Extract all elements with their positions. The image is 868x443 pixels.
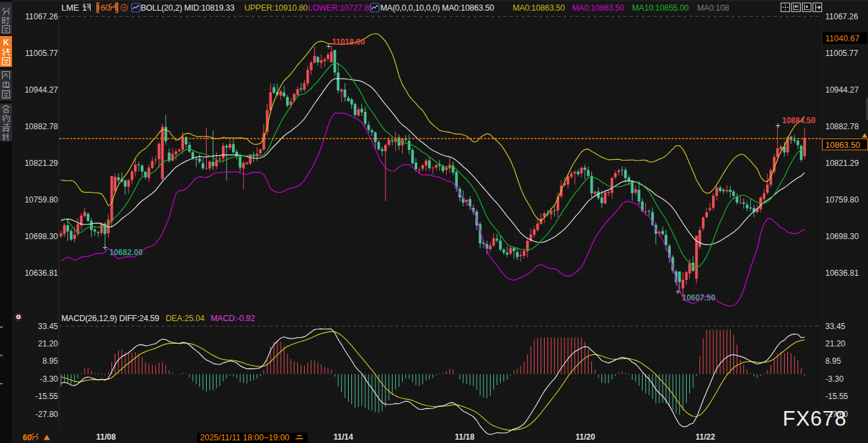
svg-text:MA10:10855.00: MA10:10855.00 [632,3,689,13]
svg-text:K: K [3,38,9,47]
svg-text:33.45: 33.45 [38,322,58,331]
svg-text:10821.29: 10821.29 [825,159,859,168]
svg-text:BOLL(20,2) MID:10819.33: BOLL(20,2) MID:10819.33 [141,3,235,13]
svg-text:11/18: 11/18 [455,432,475,442]
svg-text:11018.00: 11018.00 [332,37,365,47]
svg-text:10682.00: 10682.00 [109,248,143,257]
svg-text:MACD:-0.92: MACD:-0.92 [211,314,255,323]
svg-text:2025/11/11 18:00~19:00: 2025/11/11 18:00~19:00 [200,433,289,442]
svg-text:21.20: 21.20 [38,339,58,348]
svg-text:11067.26: 11067.26 [25,12,58,21]
svg-text:10698.30: 10698.30 [825,232,859,241]
svg-text:10944.27: 10944.27 [825,85,859,95]
svg-text:10759.80: 10759.80 [25,195,58,205]
svg-text:LOWER:10727.85: LOWER:10727.85 [308,3,373,13]
svg-text:60: 60 [23,433,32,442]
svg-text:8.95: 8.95 [43,356,59,366]
svg-text:MA0:10863.50: MA0:10863.50 [513,3,565,13]
svg-text:MA0:10863.50: MA0:10863.50 [572,3,625,13]
svg-text:11/22: 11/22 [695,432,715,442]
svg-text:MA0:108: MA0:108 [697,3,730,13]
svg-text:-15.55: -15.55 [825,392,848,401]
svg-text:10759.80: 10759.80 [825,195,859,205]
svg-text:11040.67: 11040.67 [825,34,859,43]
svg-text:10636.81: 10636.81 [825,268,859,278]
svg-text:-3.30: -3.30 [825,374,844,384]
svg-text:60: 60 [101,3,110,13]
svg-text:DEA:25.04: DEA:25.04 [166,314,205,323]
svg-text:UPPER:10910.80: UPPER:10910.80 [245,3,308,13]
svg-text:LME: LME [61,3,79,13]
svg-text:11/20: 11/20 [575,432,595,442]
svg-text:10944.27: 10944.27 [25,85,58,95]
svg-text:MA(0,0,0,10,0,0) MA0:10863.50: MA(0,0,0,10,0,0) MA0:10863.50 [381,3,495,13]
svg-text:MACD(26,12,9) DIFF:24.59: MACD(26,12,9) DIFF:24.59 [61,314,159,323]
svg-text:11/08: 11/08 [96,432,116,442]
svg-text:-15.55: -15.55 [35,392,58,401]
svg-text:11005.77: 11005.77 [25,49,58,58]
svg-text:10607.50: 10607.50 [682,293,715,302]
svg-text:8.95: 8.95 [825,356,841,366]
svg-text:FX678: FX678 [783,407,847,430]
svg-text:10884.50: 10884.50 [782,116,815,125]
svg-text:11005.77: 11005.77 [825,49,858,58]
svg-text:10821.29: 10821.29 [25,159,58,168]
svg-text:10882.78: 10882.78 [825,122,859,131]
svg-text:-27.80: -27.80 [35,410,58,419]
svg-text:11/14: 11/14 [333,432,353,442]
svg-text:33.45: 33.45 [825,322,845,331]
svg-text:10882.78: 10882.78 [25,122,58,131]
svg-text:-3.30: -3.30 [40,374,59,384]
svg-text:10863.50: 10863.50 [825,141,860,150]
svg-text:21.20: 21.20 [825,339,845,348]
svg-text:10636.81: 10636.81 [25,268,58,278]
svg-text:11067.26: 11067.26 [825,12,858,21]
svg-text:10698.30: 10698.30 [25,232,58,241]
